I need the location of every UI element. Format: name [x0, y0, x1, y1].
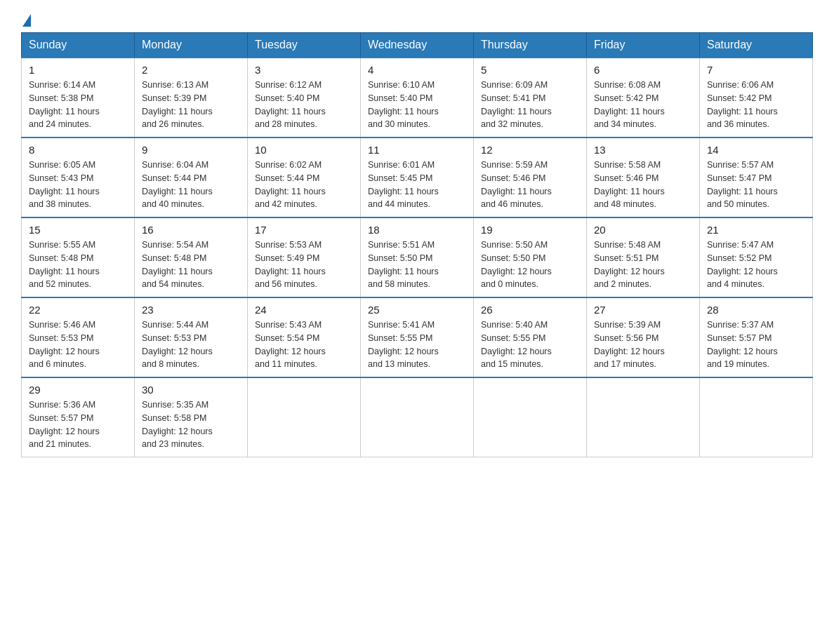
- day-info: Sunrise: 6:04 AMSunset: 5:44 PMDaylight:…: [142, 159, 240, 211]
- logo: [21, 14, 31, 25]
- day-number: 10: [255, 144, 353, 156]
- calendar-cell: 18Sunrise: 5:51 AMSunset: 5:50 PMDayligh…: [361, 217, 474, 297]
- day-number: 13: [594, 144, 692, 156]
- day-info: Sunrise: 5:46 AMSunset: 5:53 PMDaylight:…: [29, 318, 127, 371]
- calendar-cell: 28Sunrise: 5:37 AMSunset: 5:57 PMDayligh…: [700, 297, 813, 377]
- day-number: 27: [594, 304, 692, 316]
- day-number: 20: [594, 224, 692, 236]
- day-number: 24: [255, 304, 353, 316]
- day-info: Sunrise: 5:35 AMSunset: 5:58 PMDaylight:…: [142, 398, 240, 451]
- day-info: Sunrise: 6:02 AMSunset: 5:44 PMDaylight:…: [255, 159, 353, 211]
- day-info: Sunrise: 5:41 AMSunset: 5:55 PMDaylight:…: [368, 318, 466, 371]
- calendar-cell: 4Sunrise: 6:10 AMSunset: 5:40 PMDaylight…: [361, 58, 474, 137]
- day-number: 9: [142, 144, 240, 156]
- calendar-cell: 13Sunrise: 5:58 AMSunset: 5:46 PMDayligh…: [587, 137, 700, 217]
- day-number: 5: [481, 64, 579, 76]
- calendar-cell: 27Sunrise: 5:39 AMSunset: 5:56 PMDayligh…: [587, 297, 700, 377]
- day-info: Sunrise: 5:40 AMSunset: 5:55 PMDaylight:…: [481, 318, 579, 371]
- calendar-cell: [474, 377, 587, 457]
- day-number: 23: [142, 304, 240, 316]
- day-number: 18: [368, 224, 466, 236]
- week-row-2: 8Sunrise: 6:05 AMSunset: 5:43 PMDaylight…: [22, 137, 813, 217]
- calendar-cell: 22Sunrise: 5:46 AMSunset: 5:53 PMDayligh…: [22, 297, 135, 377]
- day-number: 21: [707, 224, 805, 236]
- day-info: Sunrise: 5:53 AMSunset: 5:49 PMDaylight:…: [255, 239, 353, 291]
- day-info: Sunrise: 6:01 AMSunset: 5:45 PMDaylight:…: [368, 159, 466, 211]
- calendar-cell: 25Sunrise: 5:41 AMSunset: 5:55 PMDayligh…: [361, 297, 474, 377]
- calendar-cell: 10Sunrise: 6:02 AMSunset: 5:44 PMDayligh…: [248, 137, 361, 217]
- day-info: Sunrise: 5:51 AMSunset: 5:50 PMDaylight:…: [368, 239, 466, 291]
- calendar-cell: 9Sunrise: 6:04 AMSunset: 5:44 PMDaylight…: [135, 137, 248, 217]
- day-number: 15: [29, 224, 127, 236]
- calendar-cell: 1Sunrise: 6:14 AMSunset: 5:38 PMDaylight…: [22, 58, 135, 137]
- day-number: 8: [29, 144, 127, 156]
- day-number: 19: [481, 224, 579, 236]
- day-number: 30: [142, 384, 240, 396]
- day-number: 28: [707, 304, 805, 316]
- calendar-cell: 16Sunrise: 5:54 AMSunset: 5:48 PMDayligh…: [135, 217, 248, 297]
- calendar-table: SundayMondayTuesdayWednesdayThursdayFrid…: [21, 32, 813, 457]
- logo-triangle-icon: [22, 14, 31, 27]
- day-info: Sunrise: 5:39 AMSunset: 5:56 PMDaylight:…: [594, 318, 692, 371]
- calendar-cell: 26Sunrise: 5:40 AMSunset: 5:55 PMDayligh…: [474, 297, 587, 377]
- calendar-cell: 20Sunrise: 5:48 AMSunset: 5:51 PMDayligh…: [587, 217, 700, 297]
- calendar-cell: 24Sunrise: 5:43 AMSunset: 5:54 PMDayligh…: [248, 297, 361, 377]
- day-number: 29: [29, 384, 127, 396]
- calendar-cell: 2Sunrise: 6:13 AMSunset: 5:39 PMDaylight…: [135, 58, 248, 137]
- day-info: Sunrise: 6:05 AMSunset: 5:43 PMDaylight:…: [29, 159, 127, 211]
- calendar-cell: [361, 377, 474, 457]
- day-info: Sunrise: 5:54 AMSunset: 5:48 PMDaylight:…: [142, 239, 240, 291]
- calendar-cell: 15Sunrise: 5:55 AMSunset: 5:48 PMDayligh…: [22, 217, 135, 297]
- calendar-cell: 6Sunrise: 6:08 AMSunset: 5:42 PMDaylight…: [587, 58, 700, 137]
- day-number: 3: [255, 64, 353, 76]
- calendar-cell: [587, 377, 700, 457]
- day-info: Sunrise: 5:44 AMSunset: 5:53 PMDaylight:…: [142, 318, 240, 371]
- calendar-cell: [248, 377, 361, 457]
- calendar-cell: 30Sunrise: 5:35 AMSunset: 5:58 PMDayligh…: [135, 377, 248, 457]
- calendar-cell: 5Sunrise: 6:09 AMSunset: 5:41 PMDaylight…: [474, 58, 587, 137]
- col-header-friday: Friday: [587, 33, 700, 58]
- day-info: Sunrise: 5:58 AMSunset: 5:46 PMDaylight:…: [594, 159, 692, 211]
- calendar-cell: 29Sunrise: 5:36 AMSunset: 5:57 PMDayligh…: [22, 377, 135, 457]
- week-row-3: 15Sunrise: 5:55 AMSunset: 5:48 PMDayligh…: [22, 217, 813, 297]
- calendar-cell: 12Sunrise: 5:59 AMSunset: 5:46 PMDayligh…: [474, 137, 587, 217]
- day-number: 7: [707, 64, 805, 76]
- col-header-sunday: Sunday: [22, 33, 135, 58]
- calendar-cell: 11Sunrise: 6:01 AMSunset: 5:45 PMDayligh…: [361, 137, 474, 217]
- col-header-thursday: Thursday: [474, 33, 587, 58]
- day-info: Sunrise: 6:13 AMSunset: 5:39 PMDaylight:…: [142, 79, 240, 131]
- day-info: Sunrise: 6:14 AMSunset: 5:38 PMDaylight:…: [29, 79, 127, 131]
- page-header: [21, 14, 813, 25]
- day-number: 6: [594, 64, 692, 76]
- calendar-cell: 23Sunrise: 5:44 AMSunset: 5:53 PMDayligh…: [135, 297, 248, 377]
- day-number: 17: [255, 224, 353, 236]
- day-number: 12: [481, 144, 579, 156]
- day-number: 25: [368, 304, 466, 316]
- day-info: Sunrise: 5:57 AMSunset: 5:47 PMDaylight:…: [707, 159, 805, 211]
- day-info: Sunrise: 5:55 AMSunset: 5:48 PMDaylight:…: [29, 239, 127, 291]
- calendar-cell: 3Sunrise: 6:12 AMSunset: 5:40 PMDaylight…: [248, 58, 361, 137]
- col-header-tuesday: Tuesday: [248, 33, 361, 58]
- calendar-cell: 14Sunrise: 5:57 AMSunset: 5:47 PMDayligh…: [700, 137, 813, 217]
- calendar-cell: 8Sunrise: 6:05 AMSunset: 5:43 PMDaylight…: [22, 137, 135, 217]
- col-header-wednesday: Wednesday: [361, 33, 474, 58]
- calendar-header-row: SundayMondayTuesdayWednesdayThursdayFrid…: [22, 33, 813, 58]
- calendar-cell: 7Sunrise: 6:06 AMSunset: 5:42 PMDaylight…: [700, 58, 813, 137]
- week-row-1: 1Sunrise: 6:14 AMSunset: 5:38 PMDaylight…: [22, 58, 813, 137]
- day-info: Sunrise: 6:08 AMSunset: 5:42 PMDaylight:…: [594, 79, 692, 131]
- day-info: Sunrise: 6:10 AMSunset: 5:40 PMDaylight:…: [368, 79, 466, 131]
- day-info: Sunrise: 5:50 AMSunset: 5:50 PMDaylight:…: [481, 239, 579, 291]
- day-info: Sunrise: 5:37 AMSunset: 5:57 PMDaylight:…: [707, 318, 805, 371]
- day-number: 22: [29, 304, 127, 316]
- day-number: 1: [29, 64, 127, 76]
- day-info: Sunrise: 5:47 AMSunset: 5:52 PMDaylight:…: [707, 239, 805, 291]
- day-number: 11: [368, 144, 466, 156]
- calendar-cell: 19Sunrise: 5:50 AMSunset: 5:50 PMDayligh…: [474, 217, 587, 297]
- day-number: 26: [481, 304, 579, 316]
- day-info: Sunrise: 5:36 AMSunset: 5:57 PMDaylight:…: [29, 398, 127, 451]
- calendar-cell: 21Sunrise: 5:47 AMSunset: 5:52 PMDayligh…: [700, 217, 813, 297]
- week-row-5: 29Sunrise: 5:36 AMSunset: 5:57 PMDayligh…: [22, 377, 813, 457]
- day-info: Sunrise: 5:43 AMSunset: 5:54 PMDaylight:…: [255, 318, 353, 371]
- day-number: 14: [707, 144, 805, 156]
- day-info: Sunrise: 5:59 AMSunset: 5:46 PMDaylight:…: [481, 159, 579, 211]
